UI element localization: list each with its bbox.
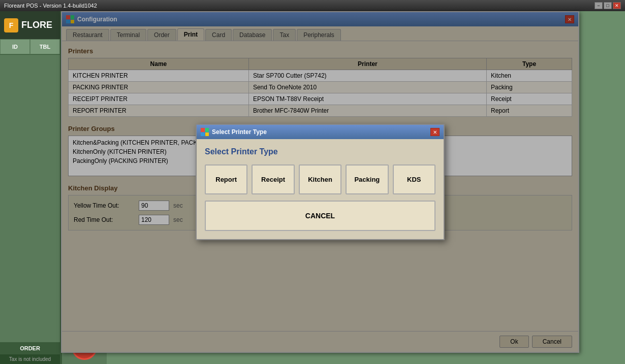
- modal-titlebar: Select Printer Type ✕: [197, 125, 444, 139]
- app-close-button[interactable]: ✕: [613, 2, 621, 9]
- printer-type-receipt-button[interactable]: Receipt: [252, 164, 294, 194]
- modal-cancel-button[interactable]: CANCEL: [205, 201, 435, 231]
- modal-subtitle: Select Printer Type: [205, 147, 435, 156]
- printer-type-kitchen-button[interactable]: Kitchen: [299, 164, 341, 194]
- title-bar: Floreant POS - Version 1.4-build1042 − □…: [0, 0, 625, 11]
- modal-title: Select Printer Type: [212, 128, 267, 136]
- modal-overlay: Select Printer Type ✕ Select Printer Typ…: [62, 12, 578, 352]
- modal-close-button[interactable]: ✕: [430, 128, 440, 136]
- logo-text: FLORE: [21, 20, 52, 30]
- app-title: Floreant POS - Version 1.4-build1042: [4, 3, 97, 9]
- order-button[interactable]: ORDER: [0, 342, 60, 354]
- printer-type-packing-button[interactable]: Packing: [346, 164, 388, 194]
- tbl-button[interactable]: TBL: [30, 39, 60, 54]
- printer-type-kds-button[interactable]: KDS: [393, 164, 435, 194]
- modal-windows-icon: [201, 128, 209, 136]
- printer-type-report-button[interactable]: Report: [205, 164, 247, 194]
- minimize-button[interactable]: −: [595, 2, 603, 9]
- logo-area: F FLORE: [0, 11, 60, 39]
- printer-type-grid: ReportReceiptKitchenPackingKDS: [205, 164, 435, 194]
- select-printer-type-dialog: Select Printer Type ✕ Select Printer Typ…: [196, 124, 445, 240]
- config-dialog: Configuration ✕ Restaurant Terminal Orde…: [61, 11, 579, 353]
- left-sidebar: F FLORE ID TBL ORDER Tax is not included: [0, 11, 61, 364]
- modal-content: Select Printer Type ReportReceiptKitchen…: [197, 139, 444, 239]
- tax-status: Tax is not included: [0, 354, 60, 364]
- logo-icon: F: [4, 18, 18, 32]
- maximize-button[interactable]: □: [604, 2, 612, 9]
- id-button[interactable]: ID: [0, 39, 30, 54]
